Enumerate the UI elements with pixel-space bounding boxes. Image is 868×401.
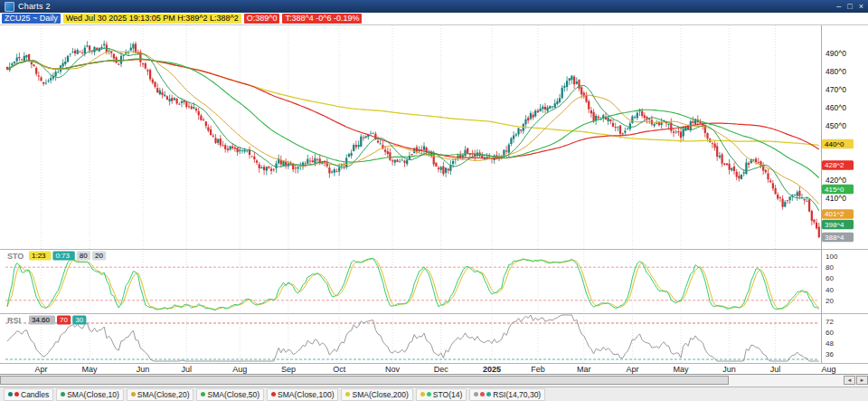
legend-color-dot bbox=[8, 392, 13, 396]
legend-bar: CandlesSMA(Close,10)SMA(Close,20)SMA(Clo… bbox=[0, 387, 868, 401]
legend-item-label: STO(14) bbox=[433, 390, 462, 399]
legend-color-dot bbox=[131, 392, 136, 396]
svg-text:Nov: Nov bbox=[385, 365, 401, 374]
svg-text:490^0: 490^0 bbox=[826, 49, 846, 58]
svg-text:RSI: RSI bbox=[7, 316, 21, 325]
svg-text:60: 60 bbox=[826, 274, 834, 282]
legend-color-dot bbox=[420, 392, 425, 396]
svg-text:388^4: 388^4 bbox=[825, 234, 844, 242]
svg-text:2025: 2025 bbox=[483, 365, 501, 374]
legend-color-dot bbox=[345, 392, 350, 396]
svg-text:0:73: 0:73 bbox=[55, 252, 70, 260]
svg-text:36: 36 bbox=[826, 350, 834, 358]
svg-text:40: 40 bbox=[826, 286, 834, 294]
svg-text:Mar: Mar bbox=[577, 365, 591, 374]
legend-item-sma-close-50-[interactable]: SMA(Close,50) bbox=[196, 388, 264, 401]
svg-text:20: 20 bbox=[95, 252, 103, 260]
svg-text:100: 100 bbox=[826, 253, 838, 261]
legend-color-dot bbox=[486, 392, 491, 396]
horizontal-scrollbar[interactable]: ◄ ► bbox=[0, 374, 868, 387]
legend-item-sma-close-10-[interactable]: SMA(Close,10) bbox=[56, 388, 124, 401]
svg-text:480^0: 480^0 bbox=[826, 67, 846, 76]
svg-text:Jun: Jun bbox=[722, 365, 736, 374]
svg-text:450^0: 450^0 bbox=[826, 121, 846, 130]
svg-text:401^2: 401^2 bbox=[825, 210, 844, 218]
legend-color-dot bbox=[474, 392, 478, 396]
legend-color-dot bbox=[201, 392, 205, 396]
crosshair-info-chip: Wed Jul 30 2025 19:13:05 PM H:389^2 L:38… bbox=[63, 14, 241, 24]
hscroll-thumb[interactable] bbox=[0, 376, 729, 385]
svg-text:80: 80 bbox=[826, 263, 834, 272]
svg-text:30: 30 bbox=[75, 316, 83, 324]
legend-item-sma-close-100-[interactable]: SMA(Close,100) bbox=[267, 388, 338, 401]
svg-text:Feb: Feb bbox=[531, 365, 545, 374]
legend-color-dot bbox=[14, 392, 19, 396]
svg-text:Oct: Oct bbox=[333, 365, 346, 374]
open-price-chip: O:389^0 bbox=[244, 14, 280, 24]
legend-item-candles[interactable]: Candles bbox=[4, 388, 53, 401]
svg-text:440^0: 440^0 bbox=[825, 140, 844, 148]
svg-text:Dec: Dec bbox=[434, 365, 449, 374]
svg-text:Sep: Sep bbox=[281, 365, 296, 374]
legend-item-label: SMA(Close,100) bbox=[278, 390, 334, 399]
last-price-chip: T:388^4 -0^6 -0.19% bbox=[282, 14, 362, 24]
svg-text:415^0: 415^0 bbox=[825, 186, 844, 194]
svg-text:70: 70 bbox=[60, 316, 68, 324]
scroll-right-icon[interactable]: ► bbox=[856, 376, 868, 385]
symbol-timeframe-chip[interactable]: ZCU25 ~ Daily bbox=[2, 14, 61, 24]
svg-text:398^4: 398^4 bbox=[825, 221, 844, 229]
svg-text:1:23: 1:23 bbox=[32, 252, 46, 260]
title-bar: Charts 2 – □ × bbox=[0, 0, 868, 13]
scroll-left-icon[interactable]: ◄ bbox=[844, 376, 855, 385]
minimize-icon[interactable]: – bbox=[836, 1, 841, 12]
svg-text:STO: STO bbox=[7, 252, 24, 261]
svg-text:Aug: Aug bbox=[821, 365, 835, 374]
maximize-icon[interactable]: □ bbox=[847, 1, 852, 12]
svg-text:80: 80 bbox=[80, 252, 88, 260]
legend-item-label: SMA(Close,200) bbox=[352, 390, 408, 399]
chart-canvas[interactable]: 490^0480^0470^0460^0450^0440^0428^2420^0… bbox=[0, 25, 868, 374]
svg-text:20: 20 bbox=[826, 297, 834, 305]
legend-color-dot bbox=[271, 392, 276, 396]
svg-text:May: May bbox=[82, 365, 99, 374]
svg-text:Aug: Aug bbox=[232, 365, 247, 374]
legend-color-dot bbox=[480, 392, 485, 396]
legend-item-sma-close-200-[interactable]: SMA(Close,200) bbox=[341, 388, 412, 401]
svg-text:420^0: 420^0 bbox=[826, 176, 846, 185]
svg-text:60: 60 bbox=[826, 329, 834, 337]
svg-text:460^0: 460^0 bbox=[826, 103, 846, 112]
svg-text:Jun: Jun bbox=[137, 365, 150, 374]
legend-item-label: SMA(Close,50) bbox=[207, 390, 259, 399]
svg-text:May: May bbox=[673, 365, 689, 374]
chart-app-icon bbox=[5, 2, 14, 12]
legend-item-sto-14-[interactable]: STO(14) bbox=[416, 388, 467, 401]
legend-item-label: SMA(Close,20) bbox=[137, 390, 190, 399]
legend-item-sma-close-20-[interactable]: SMA(Close,20) bbox=[127, 388, 194, 401]
svg-text:428^2: 428^2 bbox=[825, 161, 844, 169]
legend-color-dot bbox=[61, 392, 65, 396]
svg-text:48: 48 bbox=[826, 339, 834, 348]
svg-text:Apr: Apr bbox=[34, 365, 47, 374]
legend-item-label: SMA(Close,10) bbox=[67, 390, 119, 399]
svg-text:410^0: 410^0 bbox=[826, 194, 846, 203]
svg-text:Jul: Jul bbox=[182, 365, 193, 374]
close-icon[interactable]: × bbox=[859, 1, 863, 12]
legend-color-dot bbox=[427, 392, 431, 396]
svg-text:72: 72 bbox=[826, 318, 834, 326]
legend-item-label: Candles bbox=[21, 390, 49, 399]
svg-text:Apr: Apr bbox=[626, 365, 638, 374]
legend-item-rsi-14-70-30-[interactable]: RSI(14,70,30) bbox=[469, 388, 545, 401]
chart-status-bar: ZCU25 ~ Daily Wed Jul 30 2025 19:13:05 P… bbox=[0, 13, 868, 25]
window-title: Charts 2 bbox=[18, 2, 51, 11]
svg-text:470^0: 470^0 bbox=[826, 85, 846, 94]
svg-text:34.60: 34.60 bbox=[32, 316, 51, 324]
legend-item-label: RSI(14,70,30) bbox=[493, 390, 541, 399]
svg-text:Jul: Jul bbox=[770, 365, 781, 374]
